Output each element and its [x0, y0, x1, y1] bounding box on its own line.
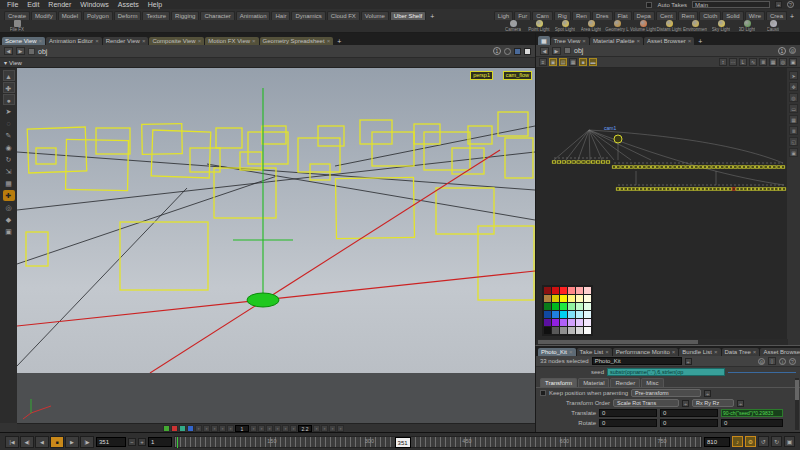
translate-z-expression[interactable]: 90-ch("seed")*0.29833 — [721, 409, 783, 417]
frame-decrement-button[interactable]: − — [128, 438, 136, 446]
value-ladder[interactable] — [728, 372, 796, 373]
playbar-option-0-button[interactable]: ♪ — [732, 436, 743, 447]
palette-color-21[interactable] — [568, 311, 575, 318]
tab-asset-browser[interactable]: Asset Browser× — [644, 37, 694, 45]
menu-file[interactable]: File — [7, 1, 18, 8]
palette-color-25[interactable] — [552, 319, 559, 326]
network-node[interactable] — [703, 166, 706, 168]
network-node[interactable] — [674, 188, 677, 190]
node-spinner[interactable]: ÷ — [685, 358, 692, 365]
viewport-tool-8-icon[interactable]: ⇲ — [3, 166, 15, 177]
network-node[interactable] — [577, 161, 580, 163]
net-tool-2-icon[interactable]: ▤ — [559, 58, 567, 66]
net-opt-3-icon[interactable]: ∿ — [749, 58, 757, 66]
shelf-tab-animation[interactable]: Animation — [236, 11, 271, 20]
wireframe-frame[interactable] — [262, 126, 286, 144]
viewport-tool-7-icon[interactable]: ↻ — [3, 154, 15, 165]
network-node[interactable] — [621, 166, 624, 168]
network-node[interactable] — [763, 188, 766, 190]
rotate-order-dropdown[interactable]: Rx Ry Rz — [692, 399, 734, 407]
network-node[interactable] — [620, 188, 623, 190]
timeline-ruler[interactable]: 351 150300450600750 — [174, 436, 702, 448]
network-node[interactable] — [725, 166, 728, 168]
seed-expression-field[interactable]: substr(opname("."),6,strlen(op — [607, 368, 725, 376]
network-node[interactable] — [732, 188, 735, 190]
network-node[interactable] — [717, 188, 720, 190]
network-node[interactable] — [630, 166, 633, 168]
shelf-tab-depa[interactable]: Depa — [633, 11, 655, 20]
network-node[interactable] — [628, 188, 631, 190]
help-icon[interactable]: ? — [787, 1, 794, 8]
network-node[interactable] — [632, 188, 635, 190]
playbar-option-4-button[interactable]: ▣ — [784, 436, 795, 447]
link-badge[interactable]: 1 — [493, 47, 501, 55]
palette-color-5[interactable] — [584, 287, 591, 294]
network-node[interactable] — [596, 161, 599, 163]
add-shelf-left-icon[interactable]: + — [427, 13, 437, 20]
tab-tree-view[interactable]: Tree View× — [551, 37, 589, 45]
link-badge[interactable]: 1 — [778, 47, 786, 55]
network-node[interactable] — [636, 188, 639, 190]
network-node[interactable] — [678, 188, 681, 190]
network-node[interactable] — [734, 166, 737, 168]
network-node[interactable] — [690, 188, 693, 190]
network-node[interactable] — [552, 161, 555, 163]
close-icon[interactable]: × — [582, 38, 586, 44]
palette-color-11[interactable] — [584, 295, 591, 302]
shelf-tab-ren[interactable]: Ren — [572, 11, 591, 20]
network-node[interactable] — [781, 166, 784, 168]
viewport[interactable]: persp1 cam_flow — [17, 68, 535, 373]
net-tool-1-icon[interactable]: ▣ — [549, 58, 557, 66]
shelf-tab-dynamics[interactable]: Dynamics — [291, 11, 325, 20]
palette-color-13[interactable] — [552, 303, 559, 310]
help-icon[interactable]: ? — [789, 358, 796, 365]
end-frame-field[interactable]: 810 — [704, 437, 730, 447]
net-side-5-icon[interactable]: ≣ — [789, 126, 798, 135]
tool-geometry-l[interactable]: Geometry L — [604, 20, 630, 32]
back-icon[interactable]: ◀ — [540, 47, 549, 55]
play-forward-button[interactable]: ▶ — [65, 436, 79, 448]
wireframe-frame[interactable] — [240, 152, 262, 170]
network-node[interactable] — [721, 188, 724, 190]
tab-motion-fx-view[interactable]: Motion FX View× — [205, 37, 258, 45]
add-shelf-right-icon[interactable]: + — [787, 13, 797, 20]
network-node[interactable] — [767, 188, 770, 190]
net-tool-3-icon[interactable]: ▦ — [569, 58, 577, 66]
network-node[interactable] — [751, 166, 754, 168]
wireframe-frame[interactable] — [414, 124, 440, 144]
folder-tab-material[interactable]: Material — [578, 378, 609, 387]
rotate-order-spinner[interactable]: ÷ — [737, 400, 744, 407]
shelf-tab-hair[interactable]: Hair — [271, 11, 290, 20]
wireframe-frame[interactable] — [372, 132, 414, 166]
translate-y-field[interactable]: 0 — [660, 409, 718, 417]
viewport-tool-2-icon[interactable]: ● — [3, 94, 15, 105]
tab-geometry-spreadsheet[interactable]: Geometry Spreadsheet× — [260, 37, 334, 45]
network-node[interactable] — [643, 166, 646, 168]
network-node[interactable] — [638, 166, 641, 168]
frame-increment-button[interactable]: + — [138, 438, 146, 446]
viewport-tool-11-icon[interactable]: ◎ — [3, 202, 15, 213]
network-node[interactable] — [759, 188, 762, 190]
network-node[interactable] — [716, 166, 719, 168]
display-toggle-3[interactable] — [187, 425, 194, 432]
network-path[interactable]: obj — [574, 47, 583, 54]
back-icon[interactable]: ◀ — [4, 47, 13, 55]
wireframe-frame[interactable] — [248, 132, 288, 164]
viewport-tool-9-icon[interactable]: ▦ — [3, 178, 15, 189]
network-node[interactable] — [655, 188, 658, 190]
net-opt-4-icon[interactable]: ≣ — [759, 58, 767, 66]
take-spinner[interactable]: ÷ — [775, 1, 782, 8]
forward-icon[interactable]: ▶ — [552, 47, 561, 55]
network-node[interactable] — [724, 188, 727, 190]
network-node[interactable] — [699, 166, 702, 168]
pane-maximize-icon[interactable] — [524, 48, 531, 55]
tab-animation-editor[interactable]: Animation Editor× — [46, 37, 102, 45]
shelf-tab-create[interactable]: Create — [4, 11, 30, 20]
network-node[interactable] — [740, 188, 743, 190]
step-forward-button[interactable]: |▶ — [80, 436, 94, 448]
network-node[interactable] — [771, 188, 774, 190]
wireframe-frame[interactable] — [142, 124, 183, 155]
net-side-7-icon[interactable]: ▣ — [789, 148, 798, 157]
network-node[interactable] — [606, 161, 609, 163]
close-icon[interactable]: × — [142, 38, 146, 44]
